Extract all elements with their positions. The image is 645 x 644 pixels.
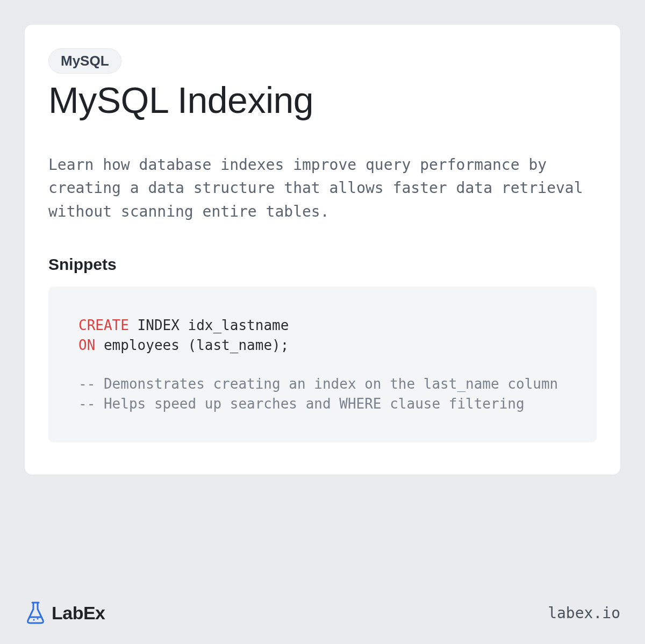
code-text: INDEX idx_lastname (129, 317, 289, 333)
footer: LabEx labex.io (25, 601, 620, 625)
page-title: MySQL Indexing (48, 79, 597, 121)
code-keyword: ON (78, 337, 95, 353)
content-card: MySQL MySQL Indexing Learn how database … (25, 25, 620, 475)
code-keyword: CREATE (78, 317, 129, 333)
description-text: Learn how database indexes improve query… (48, 153, 597, 223)
code-text: employees (last_name); (95, 337, 289, 353)
code-snippet: CREATE INDEX idx_lastname ON employees (… (48, 287, 597, 442)
code-comment: -- Demonstrates creating an index on the… (78, 376, 558, 392)
flask-icon (25, 601, 46, 625)
snippets-heading: Snippets (48, 255, 597, 274)
svg-point-0 (33, 619, 34, 620)
brand: LabEx (25, 601, 105, 625)
brand-name: LabEx (52, 603, 105, 624)
category-tag: MySQL (48, 48, 121, 74)
svg-point-1 (37, 618, 38, 619)
code-comment: -- Helps speed up searches and WHERE cla… (78, 396, 525, 412)
site-url: labex.io (548, 604, 620, 622)
